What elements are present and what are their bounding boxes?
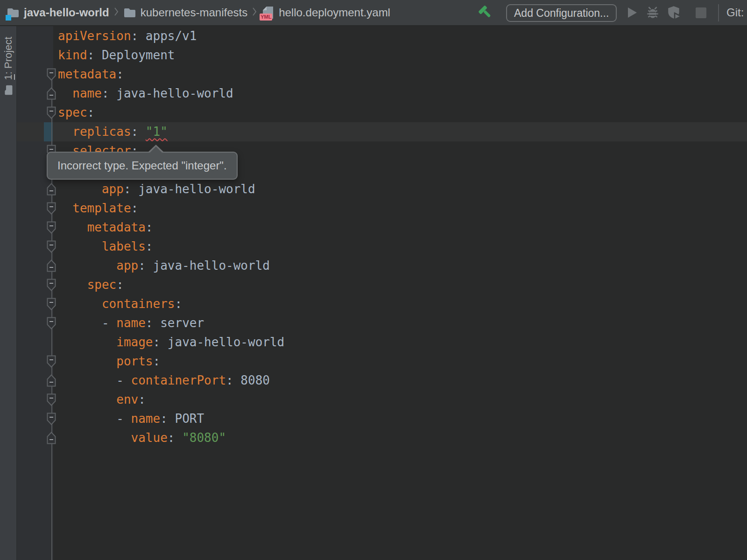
- code-line[interactable]: app: java-hello-world: [58, 180, 284, 199]
- editor-pane[interactable]: apiVersion: apps/v1kind: Deploymentmetad…: [17, 26, 747, 560]
- breadcrumb-folder-label: kubernetes-manifests: [141, 6, 247, 19]
- fold-up-icon[interactable]: [47, 374, 56, 387]
- code-line[interactable]: metadata:: [58, 218, 284, 237]
- chevron-right-icon: [113, 6, 119, 19]
- error-tooltip: Incorrect type. Expected "integer".: [47, 152, 238, 180]
- breadcrumb: java-hello-world kubernetes-manifests: [7, 0, 390, 25]
- project-folder-icon: [7, 6, 20, 19]
- fold-down-icon[interactable]: [47, 298, 56, 310]
- fold-down-icon[interactable]: [47, 355, 56, 368]
- stop-icon: [696, 7, 706, 18]
- folder-icon: [123, 6, 136, 19]
- yaml-file-icon: YML: [261, 6, 275, 19]
- code-line[interactable]: name: java-hello-world: [58, 84, 284, 103]
- fold-down-icon[interactable]: [47, 68, 56, 81]
- folder-icon: [3, 84, 14, 96]
- fold-down-icon[interactable]: [47, 393, 56, 406]
- breadcrumb-file[interactable]: YML hello.deployment.yaml: [261, 6, 390, 19]
- debug-button[interactable]: [645, 0, 660, 25]
- fold-down-icon[interactable]: [47, 317, 56, 329]
- tool-window-bar: 1: Project: [0, 26, 17, 560]
- code-line[interactable]: ports:: [58, 352, 284, 371]
- code-line[interactable]: apiVersion: apps/v1: [58, 27, 284, 46]
- main-toolbar: java-hello-world kubernetes-manifests: [0, 0, 747, 26]
- build-hammer-icon[interactable]: [477, 5, 493, 23]
- code-line[interactable]: metadata:: [58, 65, 284, 84]
- code-line[interactable]: containers:: [58, 294, 284, 314]
- code-line[interactable]: kind: Deployment: [58, 46, 284, 65]
- code-line[interactable]: image: java-hello-world: [58, 333, 284, 352]
- git-branch-widget[interactable]: Git:: [726, 0, 744, 25]
- fold-down-icon[interactable]: [47, 240, 56, 253]
- fold-down-icon[interactable]: [47, 106, 56, 119]
- stop-button[interactable]: [696, 0, 706, 25]
- project-tab-label: 1: Project: [2, 37, 14, 80]
- sidebar-item-project[interactable]: 1: Project: [0, 29, 17, 104]
- error-tooltip-text: Incorrect type. Expected "integer".: [57, 159, 227, 172]
- run-button[interactable]: [627, 0, 638, 25]
- code-line[interactable]: spec:: [58, 275, 284, 294]
- fold-up-icon[interactable]: [47, 432, 56, 444]
- fold-up-icon[interactable]: [47, 259, 56, 272]
- code-line[interactable]: replicas: "1": [58, 122, 284, 141]
- fold-up-icon[interactable]: [47, 183, 56, 196]
- breadcrumb-project-label: java-hello-world: [24, 6, 109, 19]
- code-line[interactable]: spec:: [58, 103, 284, 122]
- code-line[interactable]: template:: [58, 199, 284, 218]
- fold-down-icon[interactable]: [47, 413, 56, 425]
- code-line[interactable]: env:: [58, 390, 284, 409]
- code-line[interactable]: value: "8080": [58, 428, 284, 448]
- code-line[interactable]: - name: PORT: [58, 409, 284, 428]
- fold-down-icon[interactable]: [47, 221, 56, 234]
- project-badge: [6, 15, 11, 21]
- toolbar-divider: [718, 4, 719, 21]
- breadcrumb-file-label: hello.deployment.yaml: [279, 6, 390, 19]
- code-line[interactable]: labels:: [58, 237, 284, 256]
- add-configuration-button[interactable]: Add Configuration...: [506, 4, 617, 22]
- code-line[interactable]: - containerPort: 8080: [58, 371, 284, 390]
- fold-down-icon[interactable]: [47, 202, 56, 215]
- fold-connector-line: [51, 69, 52, 560]
- fold-up-icon[interactable]: [47, 87, 56, 100]
- run-with-coverage-button[interactable]: [667, 0, 682, 25]
- code-lines: apiVersion: apps/v1kind: Deploymentmetad…: [58, 27, 284, 448]
- fold-down-icon[interactable]: [47, 279, 56, 291]
- breadcrumb-folder[interactable]: kubernetes-manifests: [123, 6, 247, 19]
- chevron-right-icon: [252, 6, 257, 19]
- code-line[interactable]: app: java-hello-world: [58, 256, 284, 275]
- breadcrumb-project[interactable]: java-hello-world: [7, 6, 109, 19]
- code-line[interactable]: - name: server: [58, 314, 284, 333]
- yml-badge: YML: [260, 14, 272, 21]
